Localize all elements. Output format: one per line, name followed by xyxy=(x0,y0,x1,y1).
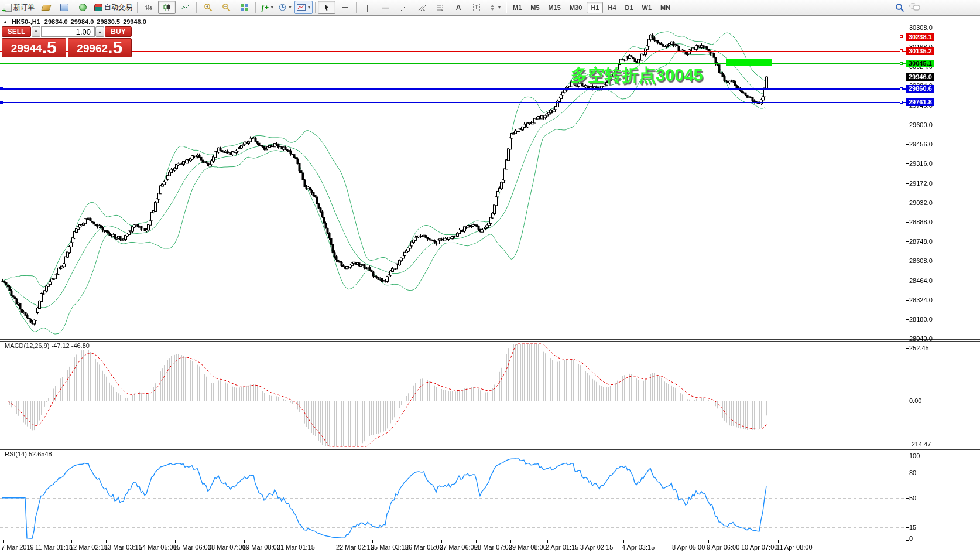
horizontal-level-line[interactable] xyxy=(0,88,906,90)
horizontal-level-line[interactable] xyxy=(0,102,906,103)
time-axis-label: 14 Mar 05:00 xyxy=(139,544,177,551)
time-axis-label: 25 Mar 03:15 xyxy=(371,544,409,551)
cursor-button[interactable] xyxy=(318,1,335,14)
candlestick-chart-button[interactable] xyxy=(158,1,176,14)
timeframe-button-H4[interactable]: H4 xyxy=(604,2,620,13)
chevron-down-icon: ▾ xyxy=(498,5,501,10)
volume-decrease-button[interactable]: ▾ xyxy=(32,26,40,37)
volume-input[interactable] xyxy=(41,26,95,37)
timeframe-button-M1[interactable]: M1 xyxy=(509,2,526,13)
main-toolbar: 新订单 自动交易 ƒ+ ▾ ▾ ▾ | — xyxy=(0,0,980,16)
tile-windows-button[interactable] xyxy=(235,1,253,14)
new-order-button[interactable]: 新订单 xyxy=(2,1,37,14)
sell-button[interactable]: SELL xyxy=(2,26,31,37)
macd-axis-tick: -214.47 xyxy=(909,441,931,448)
buy-price-button[interactable]: 29962 .5 xyxy=(68,38,132,57)
timeframe-button-W1[interactable]: W1 xyxy=(638,2,656,13)
rsi-axis-tick: 0 xyxy=(909,535,913,542)
chart-annotation-text[interactable]: 多空转折点30045 xyxy=(571,64,703,87)
price-axis-tick: 28040.0 xyxy=(909,335,933,342)
delete-objects-button[interactable] xyxy=(37,1,55,14)
line-handle[interactable] xyxy=(900,49,903,52)
price-axis-tick: 29032.0 xyxy=(909,199,933,206)
ohlc-close: 29946.0 xyxy=(123,18,146,25)
rsi-axis-tick: 50 xyxy=(909,494,916,502)
timeframe-button-MN[interactable]: MN xyxy=(656,2,674,13)
horizontal-line-button[interactable]: — xyxy=(377,1,395,14)
highlight-rectangle[interactable] xyxy=(726,59,772,66)
arrows-button[interactable]: ▾ xyxy=(486,1,503,14)
buy-button-label: BUY xyxy=(111,28,125,36)
profiles-button[interactable] xyxy=(56,1,73,14)
buy-button[interactable]: BUY xyxy=(105,26,132,37)
chat-icon[interactable] xyxy=(909,3,920,12)
time-axis-label: 8 Apr 05:00 xyxy=(672,544,705,551)
spinner-up-icon: ▴ xyxy=(99,29,101,34)
ohlc-low: 29830.5 xyxy=(97,18,120,25)
rsi-axis-tick: 80 xyxy=(909,469,916,476)
buy-price-frac: .5 xyxy=(108,40,122,55)
timeframe-button-M15[interactable]: M15 xyxy=(544,2,565,13)
periods-button[interactable]: ▾ xyxy=(276,1,294,14)
zoom-in-button[interactable] xyxy=(199,1,217,14)
price-chart-canvas[interactable] xyxy=(0,16,980,556)
volume-increase-button[interactable]: ▴ xyxy=(95,26,104,37)
macd-axis-tick: 0.00 xyxy=(909,397,921,404)
vertical-line-button[interactable]: | xyxy=(359,1,376,14)
templates-button[interactable]: ▾ xyxy=(294,1,313,14)
toolbar-separator xyxy=(255,2,256,13)
toolbar-right-group xyxy=(895,3,920,12)
zoom-in-icon xyxy=(204,3,213,12)
text-label-icon: T xyxy=(473,4,480,11)
price-axis-tick: 30308.0 xyxy=(909,24,933,31)
one-click-trading-panel: SELL ▾ ▴ BUY 29944 .5 29962 .5 xyxy=(2,26,132,57)
timeframe-button-M30[interactable]: M30 xyxy=(566,2,586,13)
toolbar-separator xyxy=(137,2,138,13)
time-axis-label: 7 Mar 2019 xyxy=(1,544,34,551)
text-label-button[interactable]: T xyxy=(468,1,485,14)
timeframe-button-H1[interactable]: H1 xyxy=(587,2,603,13)
time-axis-label: 27 Mar 06:00 xyxy=(440,544,478,551)
line-handle[interactable] xyxy=(900,101,903,104)
ohlc-high: 29984.0 xyxy=(71,18,94,25)
bar-chart-button[interactable] xyxy=(140,1,157,14)
price-axis-tick: 28324.0 xyxy=(909,296,933,303)
level-price-badge: 30135.2 xyxy=(906,47,934,55)
line-handle[interactable] xyxy=(900,87,903,90)
chart-window: ▲ HK50-,H1 29834.0 29984.0 29830.5 29946… xyxy=(0,16,980,556)
price-axis-tick: 28888.0 xyxy=(909,219,933,226)
candlestick-chart-icon xyxy=(163,4,171,11)
search-icon[interactable] xyxy=(895,3,904,12)
text-button[interactable]: A xyxy=(450,1,467,14)
crosshair-button[interactable] xyxy=(336,1,354,14)
sell-price-frac: .5 xyxy=(42,40,57,55)
indicators-button[interactable]: ƒ+ ▾ xyxy=(258,1,276,14)
line-handle[interactable] xyxy=(900,62,903,65)
chevron-down-icon: ▾ xyxy=(308,5,310,10)
sell-price-main: 29944 xyxy=(11,42,42,55)
fibonacci-button[interactable]: F xyxy=(431,1,449,14)
time-axis-label: 21 Mar 01:15 xyxy=(277,544,315,551)
line-handle[interactable] xyxy=(0,101,3,104)
line-handle[interactable] xyxy=(0,87,3,90)
level-price-badge: 29860.6 xyxy=(906,85,934,93)
time-axis-label: 18 Mar 07:00 xyxy=(208,544,246,551)
time-axis-label: 4 Apr 03:15 xyxy=(622,544,655,551)
vertical-line-icon: | xyxy=(366,4,368,12)
zoom-out-button[interactable] xyxy=(217,1,235,14)
line-handle[interactable] xyxy=(900,35,903,38)
horizontal-level-line[interactable] xyxy=(0,37,906,37)
line-chart-button[interactable] xyxy=(176,1,194,14)
horizontal-level-line[interactable] xyxy=(0,51,906,52)
signals-button[interactable] xyxy=(74,1,91,14)
timeframe-button-D1[interactable]: D1 xyxy=(621,2,638,13)
equidistant-channel-button[interactable]: E xyxy=(413,1,431,14)
trendline-button[interactable] xyxy=(395,1,413,14)
sell-price-button[interactable]: 29944 .5 xyxy=(2,38,66,57)
chevron-down-icon: ▾ xyxy=(271,5,273,10)
eraser-icon xyxy=(41,5,51,11)
timeframe-button-M5[interactable]: M5 xyxy=(526,2,543,13)
time-axis-label: 11 Mar 01:15 xyxy=(35,544,73,551)
collapse-panel-icon[interactable]: ▲ xyxy=(3,19,8,25)
autotrading-button[interactable]: 自动交易 xyxy=(92,1,135,14)
